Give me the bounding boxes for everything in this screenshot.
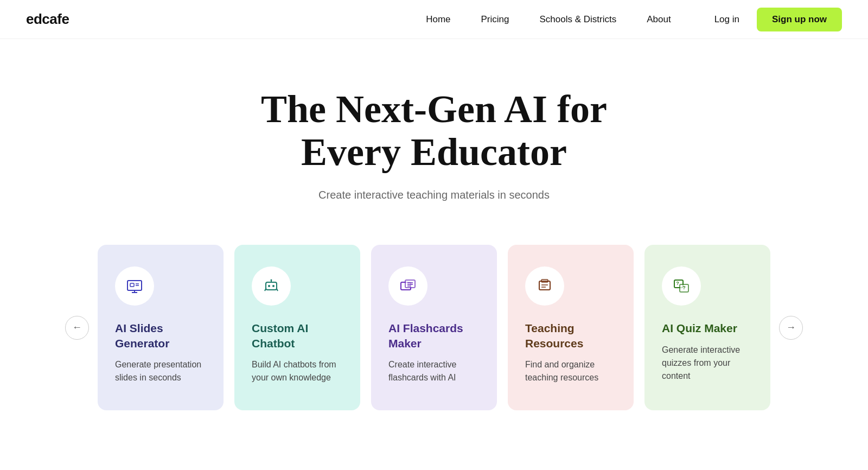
card-resources-desc: Find and organize teaching resources <box>525 358 616 384</box>
svg-line-12 <box>277 289 278 291</box>
card-chatbot-title: Custom AI Chatbot <box>252 321 343 351</box>
hero-subheading: Create interactive teaching materials in… <box>26 189 842 201</box>
signup-button[interactable]: Sign up now <box>757 8 842 31</box>
navbar: edcafe Home Pricing Schools & Districts … <box>0 0 868 39</box>
nav-link-pricing[interactable]: Pricing <box>481 14 509 25</box>
svg-text:?: ? <box>682 285 686 290</box>
hero-heading-line1: The Next-Gen AI for <box>261 87 607 131</box>
card-slides-icon-wrap <box>115 266 154 306</box>
svg-point-7 <box>268 285 270 287</box>
login-link[interactable]: Log in <box>714 14 739 25</box>
slides-icon <box>125 277 144 295</box>
carousel-prev-button[interactable]: ← <box>65 316 89 340</box>
site-logo[interactable]: edcafe <box>26 11 69 28</box>
cards-wrapper: AI Slides Generator Generate presentatio… <box>98 245 770 410</box>
svg-rect-0 <box>127 281 142 290</box>
svg-text:?: ? <box>676 281 679 286</box>
card-chatbot-icon-wrap <box>252 266 291 306</box>
card-quiz-icon-wrap: ? ? <box>662 266 701 306</box>
svg-rect-14 <box>405 280 415 288</box>
hero-section: The Next-Gen AI for Every Educator Creat… <box>0 39 868 234</box>
nav-actions: Log in Sign up now <box>714 8 842 31</box>
card-slides-desc: Generate presentation slides in seconds <box>115 358 206 384</box>
svg-rect-3 <box>130 283 134 287</box>
card-flashcards[interactable]: AI Flashcards Maker Create interactive f… <box>371 245 497 410</box>
svg-point-10 <box>271 280 272 281</box>
nav-link-home[interactable]: Home <box>426 14 450 25</box>
nav-link-about[interactable]: About <box>647 14 671 25</box>
cards-section: ← AI Slides Generator Generate presentat… <box>0 234 868 443</box>
card-resources-icon-wrap <box>525 266 564 306</box>
card-slides[interactable]: AI Slides Generator Generate presentatio… <box>98 245 224 410</box>
resources-icon <box>535 277 554 295</box>
card-chatbot[interactable]: Custom AI Chatbot Build AI chatbots from… <box>234 245 360 410</box>
nav-link-schools[interactable]: Schools & Districts <box>539 14 616 25</box>
card-flashcards-desc: Create interactive flashcards with AI <box>388 358 480 384</box>
svg-line-11 <box>265 289 266 291</box>
card-flashcards-title: AI Flashcards Maker <box>388 321 480 351</box>
card-quiz-title: AI Quiz Maker <box>662 321 737 335</box>
hero-heading: The Next-Gen AI for Every Educator <box>231 88 637 174</box>
card-flashcards-icon-wrap <box>388 266 427 306</box>
arrow-right-icon: → <box>786 322 796 333</box>
card-chatbot-desc: Build AI chatbots from your own knowledg… <box>252 358 343 384</box>
chatbot-icon <box>262 277 280 295</box>
quiz-icon: ? ? <box>672 277 691 295</box>
card-slides-title: AI Slides Generator <box>115 321 206 351</box>
card-quiz[interactable]: ? ? AI Quiz Maker Generate interactive q… <box>644 245 770 410</box>
hero-heading-line2: Every Educator <box>301 130 567 174</box>
nav-links: Home Pricing Schools & Districts About <box>426 14 671 25</box>
carousel-next-button[interactable]: → <box>779 316 803 340</box>
card-quiz-desc: Generate interactive quizzes from your c… <box>662 344 753 383</box>
arrow-left-icon: ← <box>72 322 82 333</box>
svg-point-8 <box>272 285 275 287</box>
svg-rect-6 <box>266 282 277 290</box>
flashcards-icon <box>399 277 417 295</box>
card-resources-title: Teaching Resources <box>525 321 616 351</box>
card-resources[interactable]: Teaching Resources Find and organize tea… <box>508 245 634 410</box>
